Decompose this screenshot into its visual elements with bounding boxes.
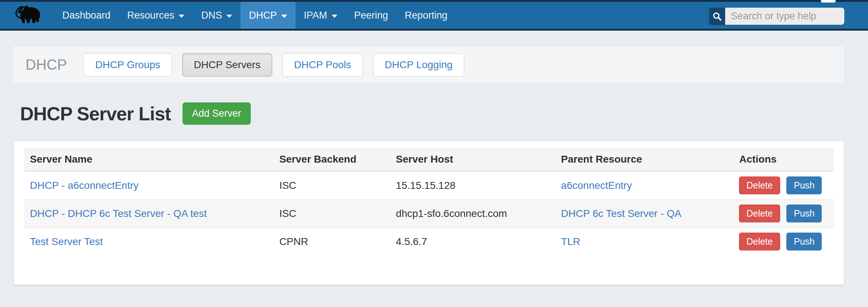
- server-backend-cell: ISC: [273, 199, 390, 228]
- nav-item-resources[interactable]: Resources: [119, 2, 193, 29]
- nav-label: Peering: [354, 10, 388, 21]
- title-row: DHCP Server List Add Server: [20, 102, 251, 125]
- server-backend-cell: ISC: [273, 171, 390, 199]
- chevron-down-icon: [226, 15, 232, 18]
- nav-items: Dashboard Resources DNS DHCP IPAM Peerin…: [54, 2, 456, 29]
- add-server-button[interactable]: Add Server: [183, 102, 251, 125]
- panda-logo: [15, 2, 42, 29]
- table-row: Test Server Test CPNR 4.5.6.7 TLR Delete…: [24, 228, 834, 256]
- nav-item-peering[interactable]: Peering: [346, 2, 396, 29]
- dhcp-subnav-tabs: DHCP Groups DHCP Servers DHCP Pools DHCP…: [83, 53, 464, 77]
- table-row: DHCP - DHCP 6c Test Server - QA test ISC…: [24, 199, 834, 228]
- dhcp-server-table: Server Name Server Backend Server Host P…: [24, 148, 834, 256]
- nav-item-dns[interactable]: DNS: [193, 2, 241, 29]
- column-header-server-backend: Server Backend: [273, 148, 390, 171]
- push-button[interactable]: Push: [786, 176, 822, 194]
- browser-chrome-artifact: [821, 0, 836, 3]
- dhcp-subnav-panel: DHCP DHCP Groups DHCP Servers DHCP Pools…: [13, 46, 844, 83]
- page-title: DHCP Server List: [20, 103, 171, 125]
- nav-item-reporting[interactable]: Reporting: [396, 2, 456, 29]
- delete-button[interactable]: Delete: [739, 233, 780, 250]
- tab-dhcp-logging[interactable]: DHCP Logging: [373, 53, 464, 77]
- main-navbar: Dashboard Resources DNS DHCP IPAM Peerin…: [0, 2, 868, 31]
- search-icon: [712, 12, 722, 21]
- nav-label: Dashboard: [62, 10, 110, 21]
- server-backend-cell: CPNR: [273, 228, 390, 256]
- nav-item-ipam[interactable]: IPAM: [296, 2, 346, 29]
- panda-logo-icon: [15, 5, 42, 26]
- table-row: DHCP - a6connectEntry ISC 15.15.15.128 a…: [24, 171, 834, 199]
- nav-item-dashboard[interactable]: Dashboard: [54, 2, 119, 29]
- table-header-row: Server Name Server Backend Server Host P…: [24, 148, 834, 171]
- tab-dhcp-groups[interactable]: DHCP Groups: [83, 53, 172, 77]
- search-button[interactable]: [709, 8, 725, 25]
- delete-button[interactable]: Delete: [739, 205, 780, 222]
- chevron-down-icon: [179, 15, 184, 18]
- server-host-cell: 15.15.15.128: [390, 171, 555, 199]
- column-header-parent-resource: Parent Resource: [555, 148, 734, 171]
- column-header-server-name: Server Name: [24, 148, 273, 171]
- server-host-cell: dhcp1-sfo.6connect.com: [390, 199, 555, 228]
- nav-label: DHCP: [249, 10, 277, 21]
- global-search: [709, 8, 844, 25]
- nav-label: DNS: [201, 10, 222, 21]
- push-button[interactable]: Push: [786, 205, 822, 222]
- server-name-link[interactable]: DHCP - a6connectEntry: [30, 180, 138, 191]
- column-header-server-host: Server Host: [390, 148, 555, 171]
- nav-item-dhcp[interactable]: DHCP: [241, 2, 296, 29]
- server-host-cell: 4.5.6.7: [390, 228, 555, 256]
- search-input[interactable]: [725, 8, 844, 25]
- tab-dhcp-servers[interactable]: DHCP Servers: [182, 53, 272, 77]
- nav-label: IPAM: [304, 10, 327, 21]
- chevron-down-icon: [281, 15, 287, 18]
- chevron-down-icon: [332, 15, 337, 18]
- dhcp-server-table-panel: Server Name Server Backend Server Host P…: [14, 141, 844, 285]
- column-header-actions: Actions: [733, 148, 834, 171]
- section-label: DHCP: [26, 57, 67, 73]
- server-name-link[interactable]: DHCP - DHCP 6c Test Server - QA test: [30, 208, 207, 219]
- tab-dhcp-pools[interactable]: DHCP Pools: [282, 53, 363, 77]
- parent-resource-link[interactable]: DHCP 6c Test Server - QA: [561, 208, 681, 219]
- nav-label: Reporting: [405, 10, 447, 21]
- parent-resource-link[interactable]: TLR: [561, 236, 580, 247]
- delete-button[interactable]: Delete: [739, 176, 780, 194]
- server-name-link[interactable]: Test Server Test: [30, 236, 103, 247]
- push-button[interactable]: Push: [786, 233, 822, 250]
- parent-resource-link[interactable]: a6connectEntry: [561, 180, 632, 191]
- nav-label: Resources: [127, 10, 174, 21]
